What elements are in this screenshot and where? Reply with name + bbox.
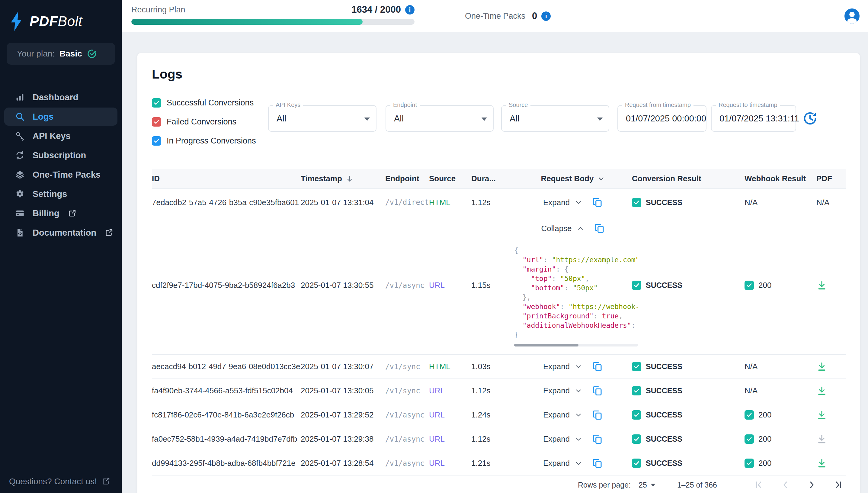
rows-per-page-select[interactable]: 25 bbox=[639, 480, 655, 489]
collapse-control[interactable]: Collapse bbox=[541, 223, 605, 234]
info-icon[interactable]: i bbox=[541, 12, 551, 21]
sidebar-item-label: Settings bbox=[32, 189, 67, 199]
expand-button[interactable]: Expand bbox=[543, 434, 570, 444]
cell-conversion-result: SUCCESS bbox=[632, 386, 744, 395]
filter-input-request-to-timestamp[interactable]: Request to timestamp01/07/2025 13:31:11 bbox=[711, 105, 796, 132]
cell-pdf bbox=[816, 385, 845, 396]
table-row: aecacd94-b012-49d7-9ea6-08e0d013cc3e2025… bbox=[152, 355, 846, 379]
sidebar-item-documentation[interactable]: Documentation bbox=[4, 223, 117, 242]
expand-button[interactable]: Expand bbox=[543, 198, 570, 207]
filter-checkbox-failed[interactable]: Failed Conversions bbox=[152, 116, 268, 128]
download-pdf-icon[interactable] bbox=[816, 410, 827, 421]
expand-button[interactable]: Expand bbox=[543, 386, 570, 395]
sidebar-item-label: One-Time Packs bbox=[32, 170, 101, 180]
sidebar-item-label: Billing bbox=[32, 209, 60, 218]
cell-timestamp: 2025-01-07 13:31:04 bbox=[301, 198, 385, 207]
copy-icon[interactable] bbox=[592, 458, 603, 469]
filter-fields: API KeysAllEndpointAllSourceAllRequest f… bbox=[268, 105, 817, 154]
copy-icon[interactable] bbox=[592, 197, 603, 208]
filter-checkbox-successful[interactable]: Successful Conversions bbox=[152, 97, 268, 109]
conversion-status-label: SUCCESS bbox=[646, 281, 682, 290]
cell-pdf bbox=[816, 280, 845, 291]
download-pdf-icon[interactable] bbox=[816, 361, 827, 372]
conversion-status-label: SUCCESS bbox=[646, 362, 682, 371]
cell-duration: 1.12s bbox=[471, 198, 514, 207]
chevron-up-icon bbox=[577, 224, 584, 232]
checkbox-label: Successful Conversions bbox=[166, 98, 253, 108]
filter-select-source[interactable]: SourceAll bbox=[501, 105, 609, 132]
copy-icon[interactable] bbox=[592, 434, 603, 445]
expand-button[interactable]: Expand bbox=[543, 458, 570, 468]
one-time-packs-usage: One-Time Packs 0 i bbox=[465, 0, 551, 32]
download-pdf-icon bbox=[816, 434, 827, 445]
json-horizontal-scrollbar[interactable] bbox=[514, 344, 638, 346]
recurring-plan-value: 1634 / 2000 bbox=[351, 4, 401, 15]
copy-icon[interactable] bbox=[594, 223, 605, 234]
cell-endpoint: /v1/async bbox=[385, 411, 429, 419]
sidebar-item-billing[interactable]: Billing bbox=[4, 204, 117, 222]
app-root: PDFBolt Your plan: Basic DashboardLogsAP… bbox=[0, 0, 868, 493]
conversion-status-label: SUCCESS bbox=[646, 386, 682, 395]
sidebar-item-label: Documentation bbox=[32, 228, 96, 238]
cell-duration: 1.24s bbox=[471, 410, 514, 420]
cell-endpoint: /v1/direct bbox=[385, 198, 429, 207]
checkbox-label: Failed Conversions bbox=[166, 117, 237, 127]
cell-webhook-result: 200 bbox=[744, 458, 816, 468]
success-check-icon bbox=[744, 281, 754, 290]
col-header-pdf: PDF bbox=[816, 174, 845, 184]
sidebar-item-api-keys[interactable]: API Keys bbox=[4, 127, 117, 145]
pagination-bar: Rows per page: 25 1–25 of 366 bbox=[152, 475, 846, 493]
download-pdf-icon[interactable] bbox=[816, 280, 827, 291]
recurring-progress-bar bbox=[131, 19, 415, 25]
expand-button[interactable]: Expand bbox=[543, 362, 570, 371]
download-pdf-icon[interactable] bbox=[816, 458, 827, 469]
conversion-status-label: SUCCESS bbox=[646, 435, 682, 444]
success-check-icon bbox=[744, 410, 754, 420]
table-row: cdf2f9e7-17bd-4075-9ba2-b58924f6a2b32025… bbox=[152, 216, 846, 355]
webhook-status-code: 200 bbox=[758, 281, 772, 290]
table-row: 7edacdb2-57a5-4726-b35a-c90e35fba6012025… bbox=[152, 189, 846, 216]
cell-source: URL bbox=[429, 386, 471, 395]
cell-source: URL bbox=[429, 410, 471, 420]
expand-button[interactable]: Expand bbox=[543, 410, 570, 420]
sidebar-item-label: Dashboard bbox=[32, 92, 78, 102]
field-value: 01/07/2025 00:00:00 bbox=[618, 106, 706, 131]
sidebar-item-subscription[interactable]: Subscription bbox=[4, 146, 117, 164]
sidebar-item-one-time-packs[interactable]: One-Time Packs bbox=[4, 166, 117, 184]
copy-icon[interactable] bbox=[592, 361, 603, 372]
download-pdf-icon[interactable] bbox=[816, 385, 827, 396]
copy-icon[interactable] bbox=[592, 385, 603, 396]
cell-duration: 1.15s bbox=[471, 281, 514, 290]
scrollbar-thumb[interactable] bbox=[514, 344, 578, 346]
table-body: 7edacdb2-57a5-4726-b35a-c90e35fba6012025… bbox=[152, 189, 846, 475]
content-area: Logs Successful ConversionsFailed Conver… bbox=[122, 32, 868, 493]
one-time-packs-label: One-Time Packs bbox=[465, 12, 525, 21]
success-check-icon bbox=[632, 362, 641, 371]
col-header-timestamp[interactable]: Timestamp bbox=[301, 174, 385, 184]
conversion-status-label: SUCCESS bbox=[646, 459, 682, 468]
sidebar-item-settings[interactable]: Settings bbox=[4, 185, 117, 203]
next-page-button[interactable] bbox=[807, 480, 817, 490]
filter-input-request-from-timestamp[interactable]: Request from timestamp01/07/2025 00:00:0… bbox=[617, 105, 707, 132]
last-page-button[interactable] bbox=[833, 480, 843, 490]
filter-select-endpoint[interactable]: EndpointAll bbox=[385, 105, 494, 132]
sidebar-item-logs[interactable]: Logs bbox=[4, 108, 117, 126]
external-link-icon bbox=[105, 228, 113, 237]
cell-timestamp: 2025-01-07 13:29:52 bbox=[301, 410, 385, 420]
filter-select-api-keys[interactable]: API KeysAll bbox=[268, 105, 377, 132]
table-header-row: ID Timestamp Endpoint Source Dura... Req… bbox=[152, 169, 846, 189]
refresh-timestamps-button[interactable] bbox=[803, 111, 817, 126]
json-code: { "url": "https://example.com", "margin"… bbox=[514, 246, 638, 340]
user-avatar[interactable] bbox=[844, 8, 860, 24]
field-label: Source bbox=[506, 102, 531, 108]
col-header-request-body[interactable]: Request Body bbox=[514, 174, 632, 184]
cell-source: HTML bbox=[429, 362, 471, 371]
contact-link[interactable]: Questions? Contact us! bbox=[9, 477, 111, 486]
sidebar-item-label: API Keys bbox=[32, 131, 71, 141]
filter-checkbox-in[interactable]: In Progress Conversions bbox=[152, 135, 268, 147]
gear-icon bbox=[15, 189, 25, 199]
sidebar-item-dashboard[interactable]: Dashboard bbox=[4, 88, 117, 106]
copy-icon[interactable] bbox=[592, 410, 603, 421]
checkbox-checked-icon bbox=[152, 136, 161, 146]
info-icon[interactable]: i bbox=[405, 5, 415, 15]
